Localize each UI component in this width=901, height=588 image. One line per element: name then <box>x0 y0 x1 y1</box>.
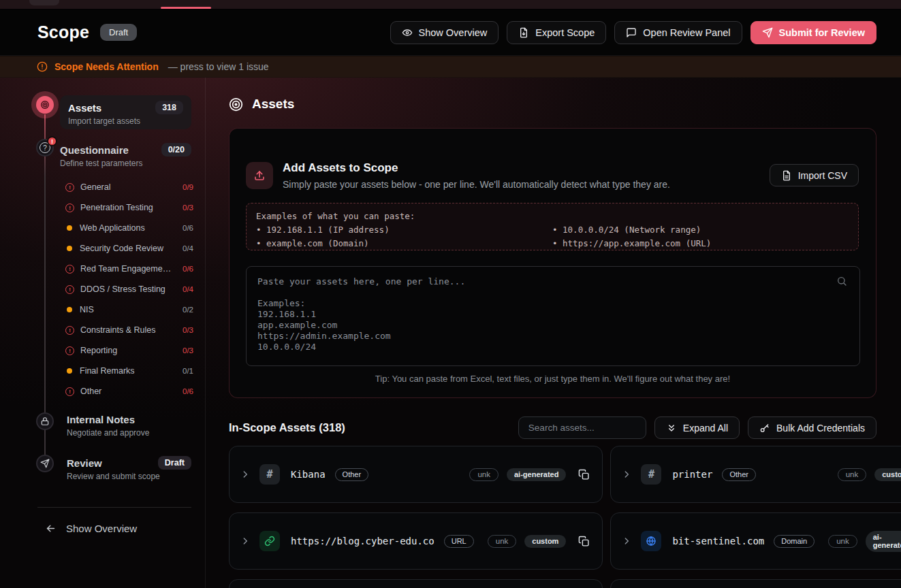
scope-stepper-sidebar: Assets 318 Import target assets ? ! Ques… <box>0 78 206 588</box>
section-label: DDOS / Stress Testing <box>80 284 176 294</box>
review-label: Review <box>67 457 102 469</box>
expand-all-button[interactable]: Expand All <box>654 416 740 439</box>
sidebar-item-constraints-rules[interactable]: ! Constraints & Rules 0/3 <box>65 320 193 340</box>
warning-dot-icon <box>67 225 72 231</box>
asset-source-badge: ai-generated <box>507 468 566 481</box>
submit-for-review-button[interactable]: Submit for Review <box>750 21 877 44</box>
sidebar-divider <box>37 507 191 508</box>
section-label: Penetration Testing <box>80 203 176 212</box>
section-count: 0/3 <box>183 326 193 334</box>
assets-section-header: Assets <box>229 97 294 112</box>
alert-message: — press to view 1 issue <box>168 61 269 72</box>
examples-title: Examples of what you can paste: <box>256 210 849 223</box>
add-assets-card: Add Assets to Scope Simply paste your as… <box>229 128 876 398</box>
review-subtitle: Review and submit scope <box>67 472 191 481</box>
sidebar-item-assets[interactable]: Assets 318 Import target assets <box>60 95 191 129</box>
asset-card-partial[interactable] <box>610 579 901 588</box>
upload-icon-tile <box>246 162 273 189</box>
asset-card-printer[interactable]: # printer Other unk custom <box>610 446 901 503</box>
questionnaire-count-badge: 0/20 <box>161 143 191 157</box>
sidebar-item-internal-notes[interactable]: Internal Notes Negotiate and approve <box>67 414 191 438</box>
chevron-right-icon[interactable] <box>622 536 631 546</box>
section-count: 0/3 <box>183 346 193 355</box>
file-text-icon <box>781 170 792 181</box>
search-icon <box>836 276 847 287</box>
section-count: 0/4 <box>183 244 193 252</box>
sidebar-item-questionnaire[interactable]: Questionnaire 0/20 Define test parameter… <box>60 143 191 168</box>
chevron-right-icon[interactable] <box>622 470 631 479</box>
asset-status-badge: unk <box>469 468 499 481</box>
asset-name: bit-sentinel.com <box>672 536 764 546</box>
questionnaire-step-subtitle: Define test parameters <box>60 159 191 168</box>
target-icon <box>229 97 243 112</box>
copy-icon[interactable] <box>578 469 590 480</box>
sidebar-item-nis[interactable]: NIS 0/2 <box>65 299 193 320</box>
error-icon: ! <box>65 346 74 355</box>
link-icon <box>259 531 280 551</box>
section-label: Other <box>80 387 176 396</box>
sidebar-item-penetration-testing[interactable]: ! Penetration Testing 0/3 <box>65 197 193 218</box>
section-label: General <box>80 182 176 192</box>
search-assets-input[interactable] <box>518 416 646 439</box>
top-nav-bar <box>0 0 901 10</box>
asset-status-badge: unk <box>838 468 867 481</box>
send-icon <box>762 27 773 38</box>
eye-icon <box>402 27 413 38</box>
import-csv-button[interactable]: Import CSV <box>770 164 859 186</box>
questionnaire-error-badge: ! <box>47 136 57 146</box>
error-icon: ! <box>65 285 74 294</box>
asset-card-kibana[interactable]: # Kibana Other unk ai-generated <box>229 446 603 503</box>
section-count: 0/1 <box>183 367 193 375</box>
section-count: 0/6 <box>183 224 193 232</box>
error-icon: ! <box>65 203 74 212</box>
sidebar-item-web-applications[interactable]: Web Applications 0/6 <box>65 218 193 238</box>
asset-card-blog-cyber-edu[interactable]: https://blog.cyber-edu.co URL unk custom <box>229 512 603 570</box>
copy-icon[interactable] <box>578 536 590 547</box>
expand-all-label: Expand All <box>683 423 728 434</box>
show-overview-button[interactable]: Show Overview <box>390 21 499 44</box>
scope-attention-banner[interactable]: Scope Needs Attention — press to view 1 … <box>0 56 901 78</box>
asset-card-partial[interactable] <box>229 579 603 588</box>
review-step-icon[interactable] <box>36 455 54 472</box>
export-scope-button[interactable]: Export Scope <box>507 21 606 44</box>
inscope-assets-title: In-Scope Assets (318) <box>229 421 345 434</box>
sidebar-item-review[interactable]: Review Draft Review and submit scope <box>67 456 191 481</box>
page-title: Scope <box>37 22 89 42</box>
message-square-icon <box>626 27 637 38</box>
key-icon <box>759 423 770 434</box>
chevron-right-icon[interactable] <box>240 536 250 546</box>
assets-paste-textarea[interactable] <box>246 266 860 366</box>
sidebar-item-ddos-stress-testing[interactable]: ! DDOS / Stress Testing 0/4 <box>65 279 193 299</box>
paste-tip-text: Tip: You can paste from Excel, text file… <box>230 374 876 384</box>
status-badge: Draft <box>100 24 137 41</box>
sidebar-item-other[interactable]: ! Other 0/6 <box>65 381 193 402</box>
section-label: Constraints & Rules <box>80 325 176 335</box>
sidebar-show-overview-link[interactable]: Show Overview <box>45 523 137 534</box>
content-area: Assets 318 Import target assets ? ! Ques… <box>0 78 901 588</box>
sidebar-item-reporting[interactable]: ! Reporting 0/3 <box>65 340 193 361</box>
alert-circle-icon <box>37 61 48 72</box>
asset-card-bit-sentinel[interactable]: bit-sentinel.com Domain unk ai-generated <box>610 512 901 570</box>
add-assets-subtitle: Simply paste your assets below - one per… <box>283 179 670 190</box>
sidebar-item-final-remarks[interactable]: Final Remarks 0/1 <box>65 361 193 381</box>
bulk-add-credentials-button[interactable]: Bulk Add Credentials <box>748 416 876 439</box>
sidebar-item-security-code-review[interactable]: Security Code Review 0/4 <box>65 238 193 259</box>
error-icon: ! <box>65 183 74 192</box>
internal-notes-step-icon[interactable] <box>36 412 54 430</box>
sidebar-item-general[interactable]: ! General 0/9 <box>65 177 193 197</box>
section-label: NIS <box>80 305 176 314</box>
asset-name: Kibana <box>291 469 326 480</box>
arrow-left-icon <box>45 523 57 534</box>
assets-step-icon[interactable] <box>36 96 54 114</box>
assets-section-title: Assets <box>252 97 294 112</box>
section-label: Red Team Engageme… <box>80 264 176 274</box>
example-item: • 10.0.0.0/24 (Network range) <box>552 223 849 237</box>
alert-title: Scope Needs Attention <box>54 61 159 72</box>
stepper-rail <box>44 114 46 464</box>
questionnaire-step-icon[interactable]: ? ! <box>36 139 54 157</box>
chevron-right-icon[interactable] <box>240 470 250 479</box>
sidebar-item-red-team-engagement[interactable]: ! Red Team Engageme… 0/6 <box>65 259 193 279</box>
globe-icon <box>641 531 661 551</box>
asset-type-badge: Domain <box>774 535 815 548</box>
open-review-panel-button[interactable]: Open Review Panel <box>614 21 742 44</box>
